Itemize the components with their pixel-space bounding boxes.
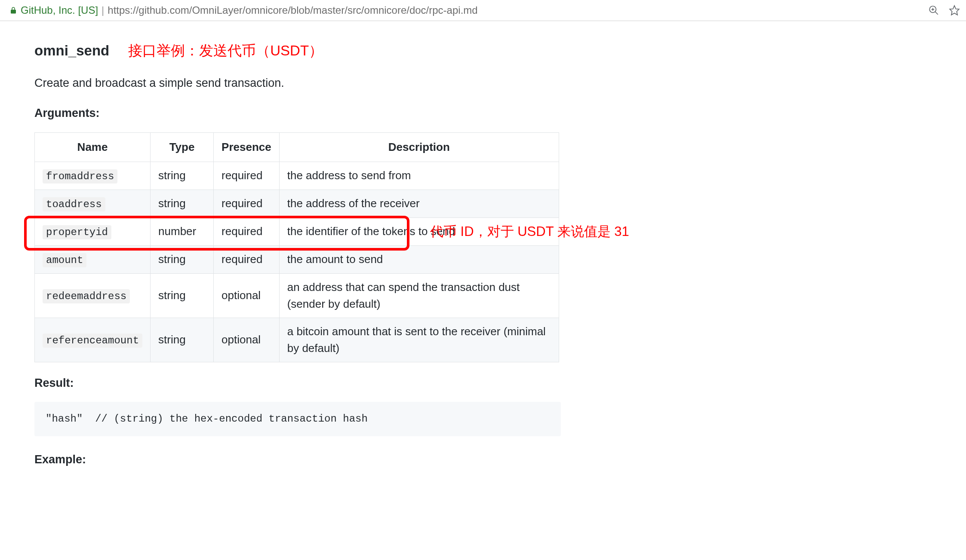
result-code-block: "hash" // (string) the hex-encoded trans… xyxy=(34,402,561,436)
heading-annotation: 接口举例：发送代币（USDT） xyxy=(128,40,323,61)
arg-presence-cell: required xyxy=(214,190,280,217)
table-row: redeemaddressstringoptionalan address th… xyxy=(35,273,559,318)
arg-name-cell: propertyid xyxy=(35,217,151,245)
example-label: Example: xyxy=(34,451,940,468)
ssl-company-label: GitHub, Inc. [US] xyxy=(21,4,98,16)
arg-presence-cell: required xyxy=(214,245,280,273)
arg-name-code: redeemaddress xyxy=(43,289,130,303)
arg-presence-cell: required xyxy=(214,217,280,245)
arg-name-code: referenceamount xyxy=(43,334,142,348)
arg-type-cell: string xyxy=(151,245,214,273)
highlight-annotation: 代币 ID，对于 USDT 来说值是 31 xyxy=(430,222,629,242)
table-row: amountstringrequiredthe amount to send xyxy=(35,245,559,273)
arg-type-cell: string xyxy=(151,190,214,217)
arguments-table-wrap: Name Type Presence Description fromaddre… xyxy=(34,132,559,362)
svg-line-1 xyxy=(935,12,938,15)
table-header-row: Name Type Presence Description xyxy=(35,132,559,162)
api-method-heading: omni_send xyxy=(34,40,109,61)
arg-name-cell: fromaddress xyxy=(35,162,151,190)
arg-name-cell: amount xyxy=(35,245,151,273)
col-type: Type xyxy=(151,132,214,162)
bookmark-star-icon[interactable] xyxy=(949,5,960,16)
table-row: referenceamountstringoptionala bitcoin a… xyxy=(35,318,559,362)
arg-description-cell: a bitcoin amount that is sent to the rec… xyxy=(279,318,559,362)
arg-name-cell: referenceamount xyxy=(35,318,151,362)
arg-name-cell: toaddress xyxy=(35,190,151,217)
arguments-table: Name Type Presence Description fromaddre… xyxy=(34,132,559,362)
api-description: Create and broadcast a simple send trans… xyxy=(34,74,940,92)
arg-name-code: toaddress xyxy=(43,197,105,211)
arg-name-code: fromaddress xyxy=(43,169,117,184)
arg-type-cell: number xyxy=(151,217,214,245)
table-row: toaddressstringrequiredthe address of th… xyxy=(35,190,559,217)
page-url: https://github.com/OmniLayer/omnicore/bl… xyxy=(108,4,477,16)
table-row: fromaddressstringrequiredthe address to … xyxy=(35,162,559,190)
arg-description-cell: the amount to send xyxy=(279,245,559,273)
arg-presence-cell: optional xyxy=(214,273,280,318)
arg-name-cell: redeemaddress xyxy=(35,273,151,318)
col-presence: Presence xyxy=(214,132,280,162)
arg-type-cell: string xyxy=(151,318,214,362)
col-description: Description xyxy=(279,132,559,162)
lock-icon xyxy=(9,6,17,15)
arg-type-cell: string xyxy=(151,162,214,190)
document-body: omni_send 接口举例：发送代币（USDT） Create and bro… xyxy=(0,21,966,496)
col-name: Name xyxy=(35,132,151,162)
arg-description-cell: the address to send from xyxy=(279,162,559,190)
arg-type-cell: string xyxy=(151,273,214,318)
browser-address-bar[interactable]: GitHub, Inc. [US] | https://github.com/O… xyxy=(0,0,966,21)
arg-name-code: amount xyxy=(43,253,86,267)
address-separator: | xyxy=(102,4,104,16)
result-label: Result: xyxy=(34,374,940,392)
arg-description-cell: an address that can spend the transactio… xyxy=(279,273,559,318)
arg-name-code: propertyid xyxy=(43,225,111,239)
arg-description-cell: the address of the receiver xyxy=(279,190,559,217)
svg-marker-4 xyxy=(950,6,959,15)
arg-presence-cell: required xyxy=(214,162,280,190)
arguments-label: Arguments: xyxy=(34,104,940,122)
zoom-icon[interactable] xyxy=(928,5,939,16)
arg-presence-cell: optional xyxy=(214,318,280,362)
